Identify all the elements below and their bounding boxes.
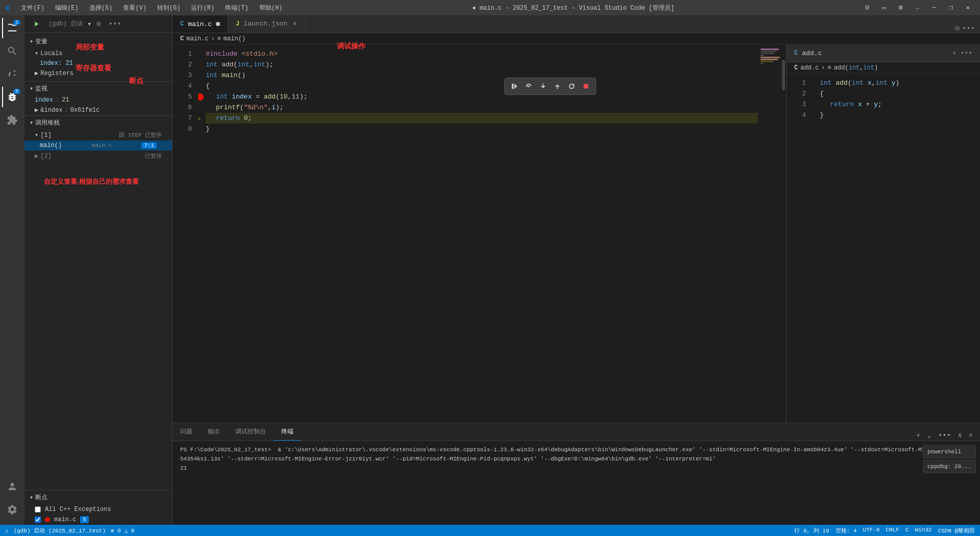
editor-more-icon[interactable]: •••	[962, 25, 975, 33]
debug-continue-btn[interactable]	[508, 80, 521, 93]
add-tab-bar: C add.c × •••	[787, 44, 980, 62]
menu-select[interactable]: 选择(S)	[85, 3, 117, 13]
terminal-close-icon[interactable]: ×	[967, 430, 975, 441]
include-keyword: #include	[206, 48, 237, 59]
thread2-status: 已暂停	[145, 152, 162, 160]
debug-restart-btn[interactable]	[565, 80, 578, 93]
tab-problems[interactable]: 问题	[173, 423, 200, 441]
breadcrumb-file: main.c	[186, 35, 208, 42]
registers-header[interactable]: ▶ Registers	[24, 68, 172, 79]
menu-view[interactable]: 查看(V)	[119, 3, 151, 13]
panel-icon[interactable]: ▭	[877, 3, 891, 13]
terminal-aside-cppdbg[interactable]: cppdbg: 20...	[923, 460, 976, 473]
menu-run[interactable]: 运行(R)	[187, 3, 218, 13]
svg-rect-0	[512, 84, 514, 89]
minimap-slider[interactable]	[782, 60, 785, 90]
menu-goto[interactable]: 转到(G)	[153, 3, 185, 13]
status-position: 行 6, 列 19	[794, 527, 829, 534]
callstack-thread1[interactable]: ▾ [1] 因 STEP 已暂停	[24, 130, 172, 140]
variables-header[interactable]: ▾ 变量	[24, 35, 172, 48]
menu-terminal[interactable]: 终端(T)	[221, 3, 253, 13]
watch-header[interactable]: ▾ 监视	[24, 82, 172, 95]
bp-all-cpp-label: All C++ Exceptions	[45, 506, 111, 513]
code-lines-main[interactable]: #include <stdio.h> int add(int,int); int…	[198, 44, 758, 423]
frame-file: main.c	[91, 142, 112, 149]
add-more-icon[interactable]: •••	[961, 50, 972, 57]
comma-5: ,	[288, 91, 292, 102]
bp-main-c-label: main.c	[54, 516, 76, 523]
call-paren-5: (	[276, 91, 280, 102]
add-ln-4: 4	[787, 110, 812, 120]
bp-all-cpp-checkbox[interactable]	[35, 506, 41, 513]
terminal-chevron-up-icon[interactable]: ∧	[955, 430, 964, 441]
mini-line-5	[761, 57, 780, 58]
terminal-more-icon[interactable]: ⌄	[925, 430, 934, 441]
line-numbers: 1 2 3 4 5 6 7 8	[173, 44, 198, 423]
add-y-var: y	[874, 99, 878, 110]
callstack-frame-main[interactable]: main() main.c 7:1	[24, 140, 172, 151]
debug-gear-icon[interactable]: ⚙	[94, 18, 103, 29]
terminal-add-icon[interactable]: +	[914, 430, 922, 441]
breakpoints-title: 断点	[35, 493, 47, 502]
callstack-thread2[interactable]: ▶ [2] 已暂停	[24, 151, 172, 161]
bp-all-cpp: All C++ Exceptions	[24, 504, 172, 515]
breakpoints-header[interactable]: ▾ 断点	[24, 491, 172, 504]
activity-explorer[interactable]: 1	[2, 18, 22, 38]
terminal-dots-icon[interactable]: •••	[936, 430, 953, 441]
tab-launch-close-icon[interactable]: ×	[291, 20, 298, 28]
add-ln-1: 1	[787, 78, 812, 88]
add-code-line-1: int add(int x,int y)	[820, 78, 980, 88]
watch-addr-chevron-icon: ▶	[35, 106, 38, 114]
debug-more-icon[interactable]: •••	[106, 19, 124, 29]
editor-toolbar: ⊟ •••	[950, 24, 980, 33]
variables-section: ▾ 变量 ▾ Locals index: 21 ▶ Registers	[24, 33, 172, 81]
callstack-title: 调用堆栈	[35, 118, 60, 127]
debug-step-into-btn[interactable]	[536, 80, 550, 93]
ln-5: 5	[173, 91, 198, 102]
activity-search[interactable]	[2, 41, 22, 61]
add-c-icon: C	[794, 50, 798, 57]
run-button[interactable]	[30, 20, 46, 28]
tab-terminal[interactable]: 终端	[274, 423, 301, 441]
paren-6: (	[240, 102, 244, 113]
tab-output[interactable]: 输出	[200, 423, 228, 441]
split-icon[interactable]: ⊞	[894, 3, 908, 13]
menu-edit[interactable]: 编辑(E)	[51, 3, 83, 13]
bp-main-c-checkbox[interactable]	[35, 517, 41, 523]
watch-title: 监视	[35, 84, 47, 93]
activity-account[interactable]	[2, 476, 22, 497]
code-line-5: int index = add(10,11);	[206, 91, 758, 102]
code-line-7: ▷ return 0;	[206, 113, 758, 124]
activity-settings[interactable]	[2, 499, 22, 520]
dots-icon[interactable]: …	[911, 3, 925, 13]
layout-icon[interactable]: ⊟	[860, 3, 874, 13]
status-debug-text: (gdb) 启动 (2025_02_17_test)	[14, 527, 106, 534]
locals-header[interactable]: ▾ Locals	[24, 48, 172, 59]
add-breadcrumb-icon: C	[794, 64, 798, 71]
terminal-aside-powershell[interactable]: powershell	[923, 445, 976, 458]
tab-debug-console[interactable]: 调试控制台	[228, 423, 274, 441]
code-line-2: int add(int,int);	[206, 59, 758, 70]
status-bar: ⚠ (gdb) 启动 (2025_02_17_test) ⊗ 0 △ 0 行 6…	[0, 525, 980, 536]
activity-source-control[interactable]	[2, 64, 22, 84]
menu-file[interactable]: 文件(F)	[17, 3, 48, 13]
debug-step-out-btn[interactable]	[551, 80, 564, 93]
debug-step-over-btn[interactable]	[522, 80, 535, 93]
watch-addr[interactable]: ▶ &index : 0x61fe1c	[24, 105, 172, 115]
minimize-button[interactable]: —	[927, 3, 942, 13]
debug-stop-btn[interactable]	[579, 80, 593, 93]
menu-help[interactable]: 帮助(H)	[255, 3, 287, 13]
add-close-icon[interactable]: ×	[952, 50, 957, 57]
tab-launch-json[interactable]: J launch.json ×	[228, 15, 306, 33]
tab-main-c[interactable]: C main.c	[173, 15, 228, 33]
callstack-header[interactable]: ▾ 调用堆栈	[24, 116, 172, 130]
add-code-lines[interactable]: int add(int x,int y) { return x + y; }	[812, 74, 980, 423]
activity-extensions[interactable]	[2, 110, 22, 130]
maximize-button[interactable]: ❐	[944, 3, 958, 13]
index-var: index	[232, 91, 252, 102]
close-button[interactable]: ✕	[961, 3, 975, 13]
split-editor-icon[interactable]: ⊟	[955, 24, 959, 33]
locals-chevron-icon: ▾	[35, 50, 38, 57]
activity-debug[interactable]: 5	[2, 87, 22, 107]
add-open-brace: {	[820, 88, 824, 99]
